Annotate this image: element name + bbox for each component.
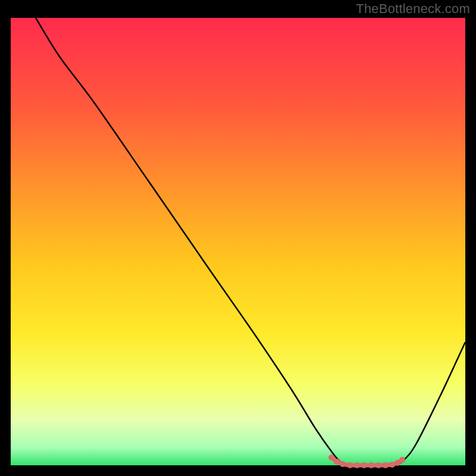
marker-dot — [347, 462, 353, 468]
marker-dot — [399, 457, 405, 463]
marker-dot — [334, 459, 340, 465]
marker-dot — [375, 462, 381, 468]
marker-dot — [389, 462, 395, 468]
marker-dot — [361, 462, 367, 468]
plot-background — [11, 18, 465, 465]
bottleneck-chart — [0, 0, 476, 476]
marker-dot — [328, 455, 334, 461]
watermark-text: TheBottleneck.com — [356, 1, 470, 17]
marker-dot — [354, 462, 360, 468]
marker-dot — [368, 462, 374, 468]
chart-frame: TheBottleneck.com — [0, 0, 476, 476]
marker-dot — [383, 462, 389, 468]
marker-dot — [340, 461, 346, 467]
